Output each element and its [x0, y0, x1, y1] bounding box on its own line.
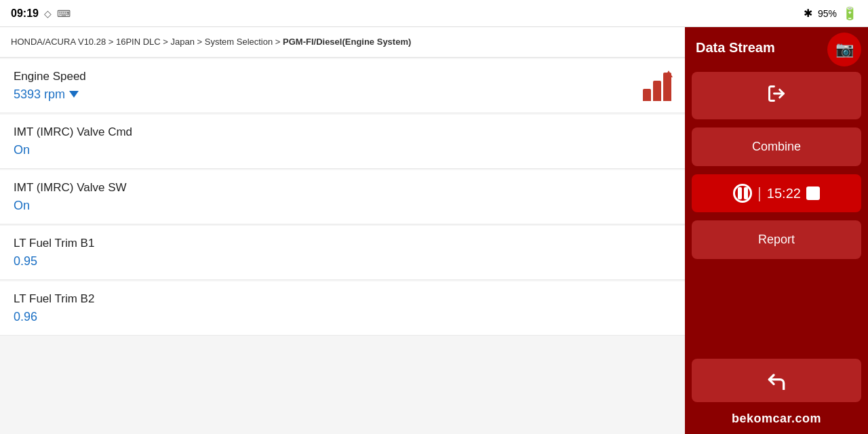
export-icon [767, 84, 786, 107]
dropdown-arrow-icon[interactable] [69, 91, 79, 98]
pause-bar-right [744, 187, 748, 199]
combine-button[interactable]: Combine [692, 127, 861, 166]
export-button[interactable] [692, 72, 861, 119]
stop-icon[interactable] [806, 186, 820, 200]
value-text-imt-valve-sw: On [14, 199, 30, 213]
camera-icon: 📷 [835, 41, 854, 58]
item-value-imt-valve-sw: On [14, 199, 127, 213]
item-name-engine-speed: Engine Speed [14, 70, 86, 83]
report-label: Report [758, 233, 795, 247]
timer-button[interactable]: | 15:22 [692, 174, 861, 212]
camera-button[interactable]: 📷 [827, 33, 861, 66]
combine-label: Combine [752, 140, 801, 154]
timer-divider: | [757, 184, 762, 202]
pause-bar-left [738, 187, 742, 199]
data-item-lt-fuel-trim-b1[interactable]: LT Fuel Trim B1 0.95 [0, 226, 685, 280]
data-item-imt-valve-cmd[interactable]: IMT (IMRC) Valve Cmd On [0, 115, 685, 169]
chart-bar-mid [653, 81, 661, 101]
value-text-engine-speed: 5393 rpm [14, 87, 65, 102]
item-name-imt-valve-cmd: IMT (IMRC) Valve Cmd [14, 125, 132, 139]
item-value-lt-fuel-b1: 0.95 [14, 254, 94, 269]
chart-arrow-icon [665, 71, 673, 77]
status-right: ✱ 95% 🔋 [804, 6, 857, 21]
data-item-imt-valve-sw[interactable]: IMT (IMRC) Valve SW On [0, 170, 685, 224]
status-time: 09:19 [11, 7, 39, 20]
right-sidebar: Data Stream 📷 Combine [685, 27, 868, 434]
item-value-lt-fuel-b2: 0.96 [14, 310, 94, 324]
pause-icon [733, 184, 752, 203]
value-text-imt-valve-cmd: On [14, 143, 30, 157]
chart-bar-low [643, 89, 651, 101]
timer-value: 15:22 [767, 186, 801, 201]
status-bar: 09:19 ◇ ⌨ ✱ 95% 🔋 [0, 0, 868, 27]
sidebar-header: Data Stream 📷 [685, 27, 868, 68]
battery-icon: 🔋 [842, 6, 857, 21]
sidebar-bottom: bekomcar.com [685, 355, 868, 434]
report-button[interactable]: Report [692, 220, 861, 259]
breadcrumb-current: PGM-FI/Diesel(Engine System) [283, 37, 411, 47]
item-value-engine-speed[interactable]: 5393 rpm [14, 87, 86, 102]
item-value-imt-valve-cmd: On [14, 143, 132, 157]
battery-percent: 95% [818, 8, 837, 19]
sidebar-spacer [685, 263, 868, 355]
status-left: 09:19 ◇ ⌨ [11, 7, 71, 20]
sidebar-title: Data Stream [696, 40, 775, 56]
data-item-lt-fuel-trim-b2[interactable]: LT Fuel Trim B2 0.96 [0, 281, 685, 336]
data-item-engine-speed[interactable]: Engine Speed 5393 rpm [0, 59, 685, 113]
breadcrumb: HONDA/ACURA V10.28 > 16PIN DLC > Japan >… [0, 27, 685, 58]
value-text-lt-fuel-b1: 0.95 [14, 254, 37, 269]
item-name-lt-fuel-b1: LT Fuel Trim B1 [14, 237, 94, 250]
brand-text: bekomcar.com [692, 406, 861, 434]
chart-wrapper [643, 71, 671, 101]
breadcrumb-path: HONDA/ACURA V10.28 > 16PIN DLC > Japan >… [11, 37, 283, 47]
data-list: Engine Speed 5393 rpm IMT (IMRC) Valve C… [0, 58, 685, 435]
item-name-imt-valve-sw: IMT (IMRC) Valve SW [14, 181, 127, 195]
value-text-lt-fuel-b2: 0.96 [14, 310, 37, 324]
diamond-icon: ◇ [44, 8, 52, 19]
left-panel: HONDA/ACURA V10.28 > 16PIN DLC > Japan >… [0, 27, 685, 434]
back-button[interactable] [692, 359, 861, 402]
main-layout: HONDA/ACURA V10.28 > 16PIN DLC > Japan >… [0, 27, 868, 434]
item-name-lt-fuel-b2: LT Fuel Trim B2 [14, 292, 94, 306]
keyboard-icon: ⌨ [57, 8, 71, 19]
bluetooth-icon: ✱ [804, 7, 812, 20]
back-arrow-icon [766, 371, 787, 390]
